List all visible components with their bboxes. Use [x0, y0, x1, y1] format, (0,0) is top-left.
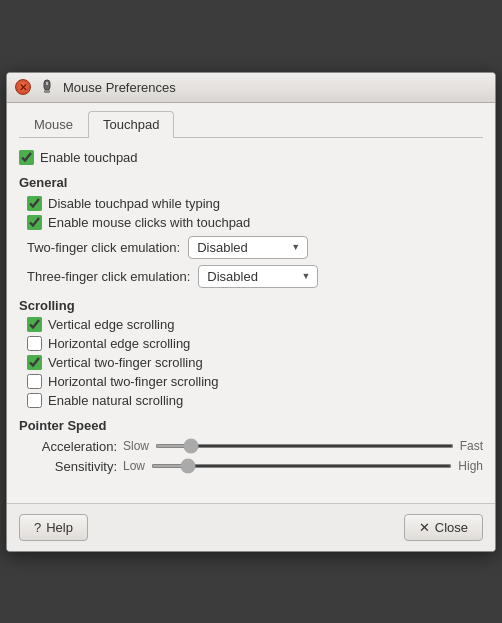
sensitivity-row: Sensitivity: Low High: [27, 459, 483, 474]
content-area: Mouse Touchpad Enable touchpad General D…: [7, 103, 495, 491]
sensitivity-low: Low: [123, 459, 145, 473]
main-window: ✕ Mouse Preferences Mouse Touchpad Enabl…: [6, 72, 496, 552]
vertical-two-finger-label[interactable]: Vertical two-finger scrolling: [48, 355, 203, 370]
three-finger-row: Three-finger click emulation: Disabled R…: [27, 265, 483, 288]
sensitivity-high: High: [458, 459, 483, 473]
two-finger-select[interactable]: Disabled Right click Middle click: [188, 236, 308, 259]
vertical-edge-checkbox[interactable]: [27, 317, 42, 332]
enable-touchpad-label[interactable]: Enable touchpad: [40, 150, 138, 165]
horizontal-two-finger-label[interactable]: Horizontal two-finger scrolling: [48, 374, 219, 389]
natural-scrolling-checkbox[interactable]: [27, 393, 42, 408]
window-title: Mouse Preferences: [63, 80, 487, 95]
close-label: Close: [435, 520, 468, 535]
three-finger-label: Three-finger click emulation:: [27, 269, 190, 284]
tab-bar: Mouse Touchpad: [19, 111, 483, 138]
tab-mouse[interactable]: Mouse: [19, 111, 88, 137]
enable-mouse-clicks-label[interactable]: Enable mouse clicks with touchpad: [48, 215, 250, 230]
acceleration-slider[interactable]: [155, 444, 454, 448]
two-finger-select-wrap: Disabled Right click Middle click: [188, 236, 308, 259]
tab-touchpad[interactable]: Touchpad: [88, 111, 174, 138]
two-finger-label: Two-finger click emulation:: [27, 240, 180, 255]
window-close-button[interactable]: ✕: [15, 79, 31, 95]
horizontal-edge-checkbox[interactable]: [27, 336, 42, 351]
close-icon: ✕: [419, 520, 430, 535]
svg-rect-2: [44, 90, 50, 93]
titlebar: ✕ Mouse Preferences: [7, 73, 495, 103]
help-button[interactable]: ? Help: [19, 514, 88, 541]
horizontal-edge-row: Horizontal edge scrolling: [27, 336, 483, 351]
pointer-speed-section-label: Pointer Speed: [19, 418, 483, 433]
general-section-label: General: [19, 175, 483, 190]
window-icon: [39, 79, 55, 95]
horizontal-edge-label[interactable]: Horizontal edge scrolling: [48, 336, 190, 351]
sensitivity-label: Sensitivity:: [27, 459, 117, 474]
horizontal-two-finger-checkbox[interactable]: [27, 374, 42, 389]
vertical-two-finger-checkbox[interactable]: [27, 355, 42, 370]
disable-while-typing-label[interactable]: Disable touchpad while typing: [48, 196, 220, 211]
three-finger-select-wrap: Disabled Right click Middle click: [198, 265, 318, 288]
natural-scrolling-label[interactable]: Enable natural scrolling: [48, 393, 183, 408]
acceleration-row: Acceleration: Slow Fast: [27, 439, 483, 454]
enable-touchpad-checkbox[interactable]: [19, 150, 34, 165]
help-icon: ?: [34, 520, 41, 535]
acceleration-low: Slow: [123, 439, 149, 453]
horizontal-two-finger-row: Horizontal two-finger scrolling: [27, 374, 483, 389]
disable-while-typing-checkbox[interactable]: [27, 196, 42, 211]
vertical-edge-label[interactable]: Vertical edge scrolling: [48, 317, 174, 332]
acceleration-high: Fast: [460, 439, 483, 453]
enable-mouse-clicks-row: Enable mouse clicks with touchpad: [27, 215, 483, 230]
help-label: Help: [46, 520, 73, 535]
two-finger-row: Two-finger click emulation: Disabled Rig…: [27, 236, 483, 259]
vertical-two-finger-row: Vertical two-finger scrolling: [27, 355, 483, 370]
disable-while-typing-row: Disable touchpad while typing: [27, 196, 483, 211]
bottom-bar: ? Help ✕ Close: [7, 503, 495, 551]
three-finger-select[interactable]: Disabled Right click Middle click: [198, 265, 318, 288]
acceleration-label: Acceleration:: [27, 439, 117, 454]
scrolling-section-label: Scrolling: [19, 298, 483, 313]
sensitivity-slider[interactable]: [151, 464, 452, 468]
vertical-edge-row: Vertical edge scrolling: [27, 317, 483, 332]
close-button[interactable]: ✕ Close: [404, 514, 483, 541]
enable-touchpad-row: Enable touchpad: [19, 150, 483, 165]
natural-scrolling-row: Enable natural scrolling: [27, 393, 483, 408]
enable-mouse-clicks-checkbox[interactable]: [27, 215, 42, 230]
